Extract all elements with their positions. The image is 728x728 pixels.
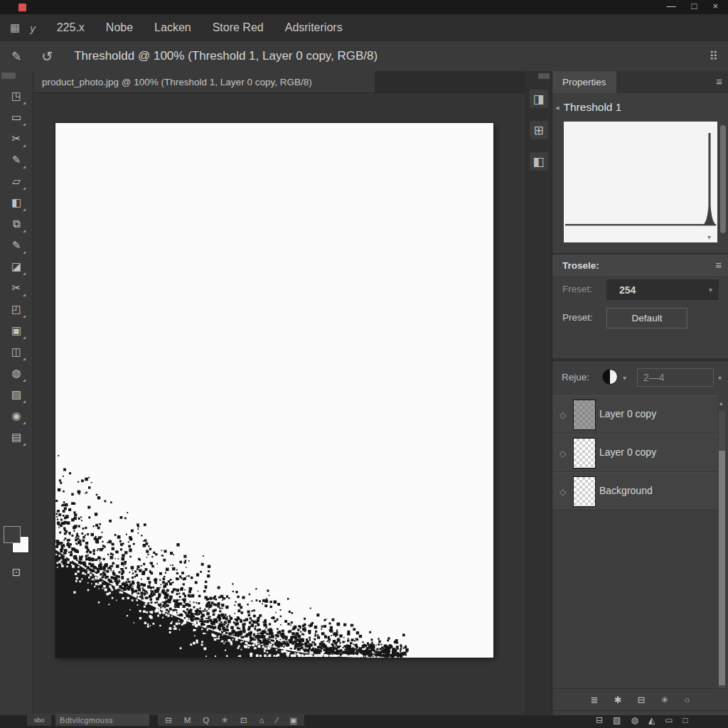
brush-tool-icon[interactable]: ✎ (6, 235, 27, 256)
canvas-document[interactable] (55, 123, 493, 658)
healing-brush-tool-glyph: ⧉ (13, 218, 21, 230)
settings-icon[interactable]: ✳ (660, 695, 668, 705)
chevron-down-icon[interactable]: ▾ (623, 374, 626, 382)
level-value: 254 (619, 284, 636, 296)
crop-tool-icon[interactable]: ▱ (6, 171, 27, 192)
settings-icon[interactable]: ✳ (221, 715, 228, 725)
image-preview-icon[interactable]: ▣ (289, 715, 297, 725)
layer-row-1[interactable]: ◇Layer 0 copy (552, 395, 717, 434)
workspace-switcher-icon[interactable]: ⠿ (710, 49, 718, 64)
adjustment-icon[interactable]: ◭ (648, 715, 655, 725)
adjustments-panel-icon[interactable]: ◨ (530, 90, 548, 108)
path-selection-tool-glyph: ▨ (11, 388, 21, 401)
zoom-level-text: sbo (34, 717, 45, 724)
magic-wand-tool-icon[interactable]: ✎ (6, 149, 27, 171)
menu-item-adsriteriors[interactable]: Adsriteriors (285, 21, 343, 34)
minimize-button[interactable]: — (667, 1, 676, 11)
scroll-up-icon[interactable]: ▴ (719, 400, 723, 407)
workspace-tool-icon: y (30, 22, 36, 34)
blur-tool-glyph: ▣ (11, 324, 21, 337)
edit-mode-tool-icon[interactable]: ⊡ (0, 566, 33, 579)
panel-options-icon[interactable]: ⊟ (638, 695, 646, 705)
layer-thumbnail[interactable] (573, 400, 596, 430)
layers-scrollbar[interactable] (719, 411, 725, 688)
path-selection-tool-icon[interactable]: ▨ (6, 384, 27, 405)
menu-item-lacken[interactable]: Lacken (154, 21, 191, 34)
history-icon[interactable]: ↺ (41, 48, 53, 65)
layer-visibility-icon[interactable]: ◇ (560, 410, 566, 420)
close-button[interactable]: × (712, 1, 718, 11)
marquee-tool-icon[interactable]: ▭ (6, 107, 27, 128)
pan-icon[interactable]: M (184, 716, 191, 724)
layer-visibility-icon[interactable]: ◇ (560, 487, 566, 497)
tune-icon[interactable]: ≣ (591, 695, 599, 705)
new-layer-icon[interactable]: □ (682, 715, 687, 725)
maximize-button[interactable]: □ (692, 1, 697, 11)
move-tool-icon[interactable]: ◳ (6, 85, 27, 107)
type-tool-icon[interactable]: ◍ (6, 363, 27, 384)
layer-visibility-icon[interactable]: ◇ (560, 449, 566, 459)
tab-properties[interactable]: Properties (552, 71, 616, 93)
crop-tool-glyph: ▱ (12, 175, 21, 188)
mask-icon[interactable]: ◍ (631, 715, 638, 725)
clone-stamp-tool-icon[interactable]: ◪ (6, 256, 27, 277)
menu-item-225-x[interactable]: 225.x (57, 21, 85, 34)
layer-row-2[interactable]: ◇Layer 0 copy (552, 434, 717, 472)
blur-tool-icon[interactable]: ▣ (6, 320, 27, 341)
pen-tool-icon[interactable]: ◫ (6, 341, 27, 363)
right-panel: Properties ≡ ◂ Threshold 1 ▾ Trosele: ≡ … (552, 71, 728, 715)
threshold-histogram[interactable] (564, 122, 717, 242)
chevron-down-icon[interactable]: ▾ (718, 374, 722, 382)
threshold-level-dropdown[interactable]: 254 ▾ (606, 279, 719, 300)
image-icon[interactable]: ▨ (613, 715, 621, 725)
strip-tab[interactable] (538, 73, 550, 79)
print-icon[interactable]: ⊡ (240, 715, 247, 725)
layer-row-3[interactable]: ◇Background (552, 472, 717, 510)
scrollbar-thumb[interactable] (719, 451, 725, 685)
fx-icon[interactable]: ✱ (614, 695, 622, 705)
gradient-tool-icon[interactable]: ◰ (6, 299, 27, 320)
hand-tool-icon[interactable]: ▤ (6, 427, 27, 448)
gradient-tool-glyph: ◰ (11, 303, 21, 316)
menu-item-nobe[interactable]: Nobe (106, 21, 133, 34)
export-icon[interactable]: ⌂ (259, 716, 264, 724)
section-menu-icon[interactable]: ≡ (715, 259, 722, 271)
healing-brush-tool-icon[interactable]: ⧉ (6, 213, 27, 235)
collapsed-panels-strip: ◨⊞◧ (525, 71, 552, 715)
link-icon[interactable]: ⊟ (596, 715, 603, 725)
eraser-tool-icon[interactable]: ✂ (6, 277, 27, 299)
app-icon (18, 4, 26, 11)
foreground-color-swatch[interactable] (4, 526, 21, 543)
histogram-slider-caret[interactable]: ▾ (707, 233, 711, 241)
contrast-half-circle-icon[interactable] (602, 369, 618, 385)
layers-list: ◇Layer 0 copy◇Layer 0 copy◇Background (552, 395, 717, 510)
pencil-icon[interactable]: ✎ (11, 49, 21, 64)
menu-item-store-red[interactable]: Store Red (213, 21, 264, 34)
save-icon[interactable]: ⊟ (165, 715, 172, 725)
layer-thumbnail[interactable] (573, 476, 596, 507)
preset-value-box[interactable]: Default (606, 308, 687, 328)
zoom-icon[interactable]: Q (203, 716, 209, 724)
color-swatches[interactable] (4, 526, 29, 555)
histogram-scrollbar[interactable] (720, 125, 726, 233)
layer-thumbnail[interactable] (573, 438, 596, 469)
lasso-tool-icon[interactable]: ✂ (6, 128, 27, 149)
shape-icon[interactable]: ○ (684, 695, 690, 705)
tools-panel-tab[interactable] (1, 73, 16, 79)
hand-tool-glyph: ▤ (11, 431, 21, 444)
styles-panel-icon[interactable]: ⊞ (530, 121, 548, 139)
status-info-field[interactable]: Bdtvilcgmouss (55, 714, 149, 726)
blend-value-field[interactable]: 2—4 (637, 368, 714, 387)
document-tab[interactable]: product_photo.jpg @ 100% (Threshold 1, L… (33, 71, 375, 92)
shape-tool-icon[interactable]: ◉ (6, 405, 27, 427)
window-controls: — □ × (667, 1, 718, 11)
document-title: Thresholdd @ 100% (Threshold 1, Layer 0 … (74, 49, 378, 63)
group-icon[interactable]: ▭ (665, 715, 673, 725)
back-caret-icon[interactable]: ◂ (555, 103, 560, 112)
layer-name: Layer 0 copy (599, 446, 656, 458)
panel-menu-icon[interactable]: ≡ (716, 75, 722, 87)
info-panel-icon[interactable]: ◧ (530, 152, 548, 171)
canvas-pasteboard (33, 93, 525, 715)
eyedropper-tool-icon[interactable]: ◧ (6, 192, 27, 213)
slash-icon[interactable]: ∕ (276, 716, 277, 724)
